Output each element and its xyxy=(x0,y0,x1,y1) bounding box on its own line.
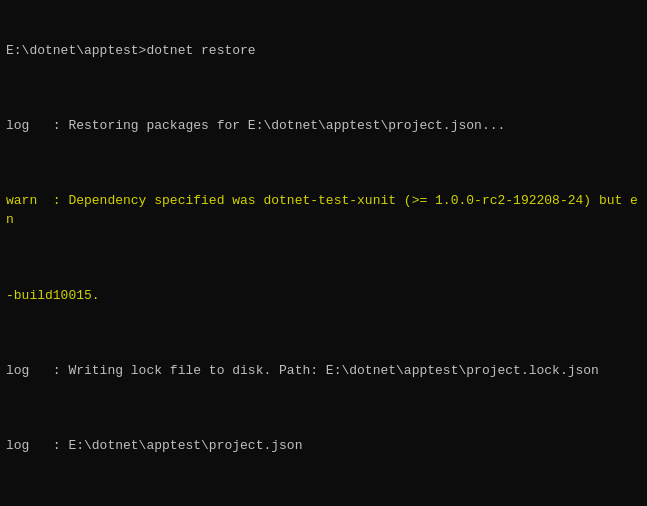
line-warn1: warn : Dependency specified was dotnet-t… xyxy=(6,192,641,230)
line-log2: log : Writing lock file to disk. Path: E… xyxy=(6,362,641,381)
line-log3: log : E:\dotnet\apptest\project.json xyxy=(6,437,641,456)
line-warn2: -build10015. xyxy=(6,287,641,306)
line-log1: log : Restoring packages for E:\dotnet\a… xyxy=(6,117,641,136)
line-cmd1: E:\dotnet\apptest>dotnet restore xyxy=(6,42,641,61)
terminal-window: E:\dotnet\apptest>dotnet restore log : R… xyxy=(0,0,647,506)
